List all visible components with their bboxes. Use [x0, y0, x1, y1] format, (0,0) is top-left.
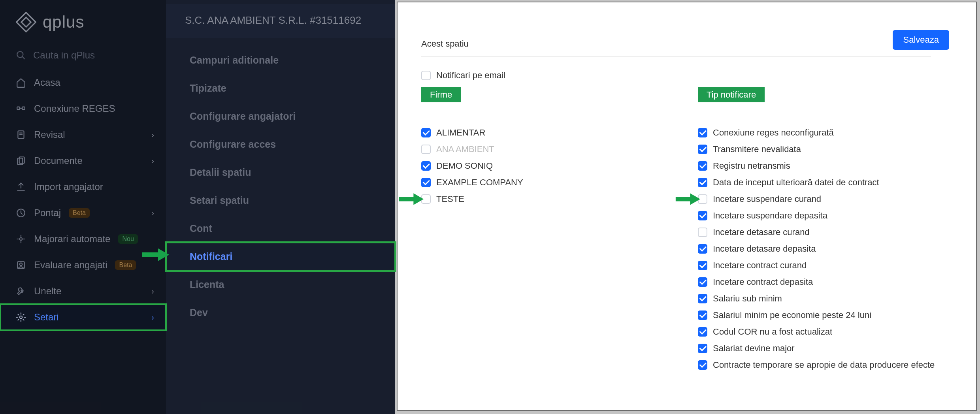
- sub-item-notificari[interactable]: Notificari: [166, 243, 395, 271]
- nav-item-majorari-automate[interactable]: Majorari automateNou: [0, 226, 166, 252]
- link-icon: [16, 104, 26, 114]
- checkbox-icon[interactable]: [698, 294, 707, 303]
- checkbox-icon[interactable]: [421, 145, 431, 154]
- tip-row[interactable]: Conexiune reges neconfigurată: [698, 124, 951, 141]
- svg-point-15: [20, 263, 23, 266]
- nav-item-import-angajator[interactable]: Import angajator: [0, 174, 166, 200]
- settings-subsidebar: S.C. ANA AMBIENT S.R.L. #31511692 Campur…: [166, 0, 395, 414]
- nav-label: Import angajator: [34, 181, 103, 192]
- svg-rect-0: [16, 12, 36, 32]
- checkbox-icon[interactable]: [421, 128, 431, 137]
- checkbox-icon[interactable]: [698, 360, 707, 370]
- brand-name: qplus: [43, 13, 84, 32]
- checkbox-icon[interactable]: [698, 161, 707, 171]
- tip-row[interactable]: Registru netransmis: [698, 158, 951, 174]
- sub-item-campuri-aditionale[interactable]: Campuri aditionale: [166, 46, 395, 74]
- tip-row[interactable]: Incetare detasare curand: [698, 224, 951, 241]
- chevron-right-icon: ›: [151, 156, 154, 166]
- search-input[interactable]: Cauta in qPlus: [0, 44, 166, 66]
- primary-sidebar: qplus Cauta in qPlus AcasaConexiune REGE…: [0, 0, 166, 414]
- nav-item-evaluare-angajati[interactable]: Evaluare angajatiBeta: [0, 252, 166, 278]
- divider: [421, 56, 931, 56]
- checkbox-icon[interactable]: [698, 277, 707, 287]
- tip-row[interactable]: Salariul minim pe economie peste 24 luni: [698, 307, 951, 324]
- tip-label: Salariul minim pe economie peste 24 luni: [713, 310, 871, 320]
- firme-row[interactable]: EXAMPLE COMPANY: [421, 174, 674, 191]
- search-icon: [16, 50, 26, 60]
- nav-label: Pontaj: [34, 207, 61, 218]
- tip-row[interactable]: Incetare detasare depasita: [698, 241, 951, 257]
- firme-row[interactable]: ANA AMBIENT: [421, 141, 674, 158]
- tip-row[interactable]: Contracte temporare se apropie de data p…: [698, 357, 951, 373]
- firme-row[interactable]: DEMO SONIQ: [421, 158, 674, 174]
- firme-row[interactable]: ALIMENTAR: [421, 124, 674, 141]
- checkbox-icon[interactable]: [698, 145, 707, 154]
- checkbox-icon[interactable]: [698, 244, 707, 254]
- tip-row[interactable]: Transmitere nevalidata: [698, 141, 951, 158]
- firme-label: DEMO SONIQ: [436, 161, 493, 171]
- settings-nav: Campuri aditionaleTipizateConfigurare an…: [166, 38, 395, 327]
- chevron-right-icon: ›: [151, 130, 154, 139]
- nav-item-documente[interactable]: Documente›: [0, 148, 166, 174]
- nav-item-acasa[interactable]: Acasa: [0, 70, 166, 96]
- checkbox-icon[interactable]: [421, 178, 431, 187]
- checkbox-icon[interactable]: [698, 261, 707, 270]
- checkbox-icon[interactable]: [698, 344, 707, 353]
- tip-row[interactable]: Salariu sub minim: [698, 290, 951, 307]
- checkbox-icon[interactable]: [698, 128, 707, 137]
- svg-point-16: [20, 316, 23, 319]
- tip-label: Salariu sub minim: [713, 294, 782, 304]
- tip-label: Salariat devine major: [713, 343, 795, 354]
- save-button[interactable]: Salveaza: [893, 30, 949, 50]
- firme-header: Firme: [421, 87, 461, 102]
- svg-point-13: [20, 238, 23, 241]
- tip-list: Conexiune reges neconfiguratăTransmitere…: [698, 124, 951, 373]
- checkbox-icon[interactable]: [698, 327, 707, 337]
- gear-icon: [16, 312, 26, 322]
- sub-item-configurare-acces[interactable]: Configurare acces: [166, 130, 395, 158]
- checkbox-icon[interactable]: [698, 211, 707, 220]
- section-title: Acest spatiu: [421, 39, 952, 49]
- tip-row[interactable]: Codul COR nu a fost actualizat: [698, 324, 951, 340]
- tip-header: Tip notificare: [698, 87, 765, 102]
- checkbox-icon[interactable]: [698, 228, 707, 237]
- nav-item-pontaj[interactable]: PontajBeta›: [0, 200, 166, 226]
- tip-row[interactable]: Incetare suspendare depasita: [698, 207, 951, 224]
- tip-row[interactable]: Incetare contract curand: [698, 257, 951, 274]
- tip-row[interactable]: Salariat devine major: [698, 340, 951, 357]
- highlight-arrow-icon: [398, 192, 424, 209]
- tip-label: Incetare contract curand: [713, 260, 807, 271]
- svg-line-3: [22, 56, 25, 59]
- checkbox-icon[interactable]: [698, 310, 707, 320]
- search-placeholder: Cauta in qPlus: [33, 50, 95, 61]
- sub-item-cont[interactable]: Cont: [166, 215, 395, 243]
- firme-row[interactable]: TESTE: [421, 191, 674, 207]
- sub-item-setari-spatiu[interactable]: Setari spatiu: [166, 186, 395, 215]
- tip-row[interactable]: Incetare contract depasita: [698, 274, 951, 290]
- tip-row[interactable]: Incetare suspendare curand: [698, 191, 951, 207]
- tip-label: Incetare suspendare depasita: [713, 211, 827, 221]
- notifications-panel: Salveaza Acest spatiu Notificari pe emai…: [397, 2, 977, 411]
- sub-item-configurare-angajatori[interactable]: Configurare angajatori: [166, 102, 395, 130]
- nav-label: Conexiune REGES: [34, 103, 115, 114]
- chevron-right-icon: ›: [151, 209, 154, 218]
- tip-label: Data de inceput ulterioară datei de cont…: [713, 177, 879, 188]
- checkbox-icon[interactable]: [421, 71, 431, 80]
- firme-list: ALIMENTARANA AMBIENTDEMO SONIQEXAMPLE CO…: [421, 124, 674, 207]
- wrench-icon: [16, 286, 26, 296]
- checkbox-icon[interactable]: [698, 178, 707, 187]
- sub-item-licenta[interactable]: Licenta: [166, 271, 395, 299]
- nav-item-conexiune-reges[interactable]: Conexiune REGES: [0, 96, 166, 122]
- primary-nav: AcasaConexiune REGESRevisal›Documente›Im…: [0, 66, 166, 330]
- sub-item-tipizate[interactable]: Tipizate: [166, 74, 395, 102]
- email-notif-row[interactable]: Notificari pe email: [421, 68, 952, 83]
- sliders-icon: [16, 234, 26, 244]
- nav-item-unelte[interactable]: Unelte›: [0, 278, 166, 304]
- checkbox-icon[interactable]: [421, 161, 431, 171]
- tip-row[interactable]: Data de inceput ulterioară datei de cont…: [698, 174, 951, 191]
- sub-item-dev[interactable]: Dev: [166, 299, 395, 327]
- nav-item-revisal[interactable]: Revisal›: [0, 122, 166, 148]
- tip-label: Transmitere nevalidata: [713, 144, 801, 154]
- sub-item-detalii-spatiu[interactable]: Detalii spatiu: [166, 158, 395, 186]
- nav-item-setari[interactable]: Setari›: [0, 304, 166, 330]
